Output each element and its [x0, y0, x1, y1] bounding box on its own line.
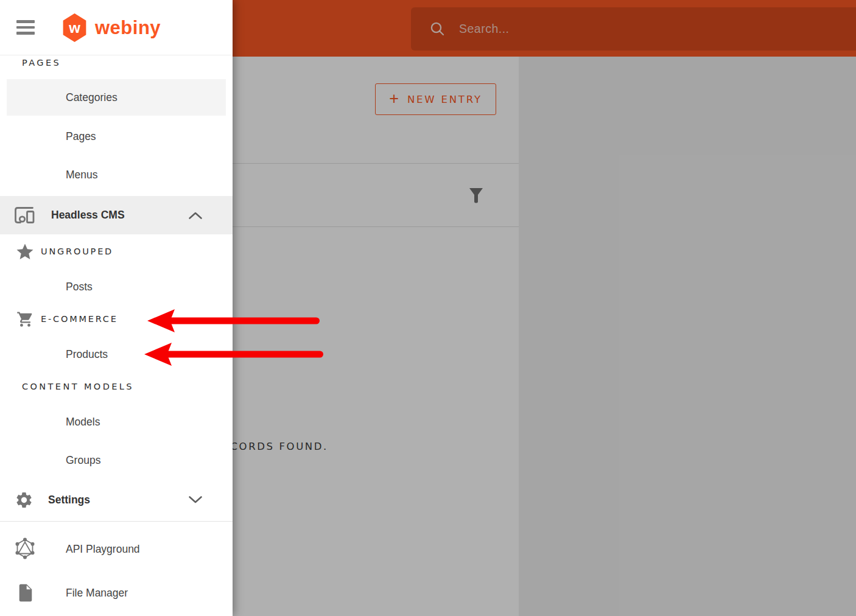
sidebar-item-label: Categories: [66, 91, 118, 104]
sidebar-item-headless-cms[interactable]: Headless CMS: [0, 196, 233, 234]
sidebar-item-label: Pages: [66, 130, 96, 143]
devices-icon: [13, 206, 35, 225]
sidebar-item-label: Models: [66, 416, 100, 429]
sidebar-item-api-playground[interactable]: API Playground: [0, 531, 233, 567]
star-icon: [15, 243, 35, 261]
graphql-icon: [13, 537, 37, 561]
chevron-up-icon: [188, 211, 203, 220]
webiny-logo-text: webiny: [95, 17, 161, 39]
webiny-logo[interactable]: w webiny: [62, 13, 161, 42]
sidebar-section-pages: PAGES: [0, 52, 233, 73]
gear-icon: [15, 491, 33, 509]
sidebar-item-posts[interactable]: Posts: [0, 268, 233, 305]
sidebar-item-products[interactable]: Products: [0, 336, 233, 373]
navigation-drawer: w webiny PAGES Categories Pages Menus: [0, 0, 233, 616]
section-label: PAGES: [22, 58, 61, 68]
sidebar-item-label: Posts: [66, 281, 93, 293]
sidebar-item-pages[interactable]: Pages: [0, 118, 233, 155]
sidebar-item-label: API Playground: [66, 543, 140, 556]
sidebar-group-e-commerce: E-COMMERCE: [0, 301, 233, 337]
sidebar-group-ungrouped: UNGROUPED: [0, 233, 233, 270]
cart-icon: [15, 310, 35, 328]
sidebar-group-label: E-COMMERCE: [41, 314, 118, 324]
menu-toggle-button[interactable]: [16, 19, 36, 36]
sidebar-item-label: Headless CMS: [51, 209, 125, 222]
sidebar-item-groups[interactable]: Groups: [0, 442, 233, 478]
drawer-divider: [0, 521, 233, 522]
section-label: CONTENT MODELS: [22, 382, 134, 391]
sidebar-item-label: Menus: [66, 169, 98, 181]
app-screen: + NEW ENTRY NO RECORDS FOUND.: [0, 0, 856, 616]
sidebar-item-label: Groups: [66, 454, 100, 467]
sidebar-item-settings[interactable]: Settings: [0, 481, 233, 518]
sidebar-item-file-manager[interactable]: File Manager: [0, 575, 233, 611]
drawer-header: w webiny: [0, 0, 233, 55]
sidebar-item-label: File Manager: [66, 587, 128, 600]
sidebar-section-content-models: CONTENT MODELS: [0, 368, 233, 405]
sidebar-item-models[interactable]: Models: [0, 404, 233, 440]
webiny-hexagon-icon: w: [62, 13, 87, 42]
sidebar-item-label: Settings: [48, 494, 90, 506]
sidebar-item-menus[interactable]: Menus: [0, 156, 233, 193]
sidebar-group-label: UNGROUPED: [41, 247, 113, 256]
chevron-down-icon: [188, 495, 203, 504]
file-icon: [17, 583, 34, 603]
sidebar-item-label: Products: [66, 348, 108, 361]
sidebar-item-categories[interactable]: Categories: [7, 79, 226, 116]
